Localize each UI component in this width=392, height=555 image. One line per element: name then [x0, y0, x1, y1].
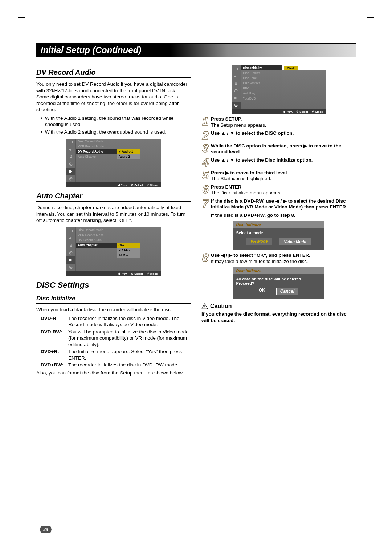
- dialog-title: Disc Initialize: [233, 221, 324, 228]
- target-icon: [66, 264, 76, 271]
- osd-item: Disc Record Mode: [76, 227, 117, 232]
- step-number-6: 6: [201, 184, 209, 196]
- step-bold: While the DISC option is selected, press…: [211, 143, 341, 155]
- osd-item: PBC: [241, 86, 282, 91]
- svg-rect-0: [69, 141, 73, 143]
- speaker-icon: [66, 235, 76, 242]
- osd-dv-record-audio: Disc Record Mode VCR Record Mode DV Reco…: [66, 139, 161, 187]
- osd-item: Disc Label: [241, 76, 282, 81]
- osd-footer-select: Select: [296, 110, 308, 113]
- page-number: 24: [40, 526, 52, 533]
- step-bold: Use ◀ / ▶ to select "OK", and press ENTE…: [211, 252, 310, 258]
- dialog-select-mode: Disc Initialize Select a mode. VR Mode V…: [233, 221, 324, 250]
- speaker-icon: [232, 73, 241, 80]
- osd-item: Disc Protect: [241, 81, 282, 86]
- dialog-prompt: All data on the disc will be deleted. Pr…: [236, 277, 321, 285]
- ok-button: OK: [259, 288, 265, 295]
- osd-footer-select: Select: [131, 183, 143, 187]
- svg-point-6: [70, 178, 72, 179]
- tv-icon: [232, 65, 241, 73]
- svg-rect-4: [69, 170, 71, 173]
- step-number-2: 2: [201, 130, 209, 141]
- svg-point-3: [70, 164, 71, 165]
- svg-rect-14: [234, 68, 238, 70]
- osd-item: Disc Finalize: [241, 70, 282, 76]
- osd-item: DV Record Audio: [76, 238, 117, 243]
- disc-icon: [66, 249, 76, 256]
- heading-disc-initialize: Disc Initialize: [36, 295, 191, 304]
- osd-item: AutoPlay: [241, 91, 282, 96]
- svg-point-22: [204, 308, 205, 308]
- page-title: Initial Setup (Continued): [36, 44, 356, 57]
- record-icon: [232, 94, 241, 102]
- dialog-proceed: Disc Initialize All data on the disc wil…: [233, 267, 324, 299]
- disc-icon: [232, 87, 241, 94]
- heading-dv-record-audio: DV Record Audio: [36, 68, 191, 78]
- heading-disc-settings: DISC Settings: [36, 280, 191, 291]
- osd-footer-select: Select: [131, 272, 143, 275]
- step-bold: Use ▲ / ▼ to select the DISC option.: [211, 130, 294, 136]
- step-desc: The Start icon is highlighted.: [211, 176, 271, 181]
- caution-label: Caution: [210, 303, 232, 309]
- step-number-7: 7: [201, 198, 209, 219]
- crop-mark: [367, 15, 367, 22]
- osd-item-selected: Auto Chapter: [76, 243, 117, 248]
- osd-option: Audio 2: [117, 154, 140, 159]
- disc-icon: [66, 161, 76, 168]
- step-desc: It may take a few minutes to initialize …: [211, 259, 308, 264]
- step-desc: The Setup menu appears.: [211, 122, 266, 128]
- mode-vr: VR Mode: [246, 238, 272, 245]
- step-bold: If the disc is a DVD-RW, use ◀ / ▶ to se…: [211, 198, 347, 210]
- lock-icon: [232, 80, 241, 87]
- svg-point-20: [236, 105, 237, 106]
- record-icon: [66, 256, 76, 264]
- caution-text: If you change the disc format, everythin…: [201, 311, 356, 324]
- step-bold: Press ▶ to move to the third level.: [211, 170, 288, 175]
- osd-option: 10 Min: [117, 253, 140, 258]
- cancel-button: Cancel: [276, 288, 298, 295]
- osd-item: VCR Record Mode: [76, 232, 117, 238]
- svg-rect-7: [69, 230, 73, 232]
- svg-point-10: [70, 252, 71, 253]
- heading-auto-chapter: Auto Chapter: [36, 192, 191, 202]
- disc-type-label: DVD+RW:: [41, 362, 68, 368]
- lock-icon: [66, 153, 76, 161]
- paragraph: You only need to set DV Record Audio if …: [36, 81, 191, 113]
- osd-item-selected: Disc Initialize: [241, 65, 282, 70]
- step-number-3: 3: [201, 143, 209, 155]
- disc-type-desc: The recorder initializes the disc in DVD…: [68, 362, 191, 368]
- disc-type-label: DVD+R:: [41, 348, 68, 361]
- osd-footer-prev: Prev.: [118, 272, 127, 275]
- osd-auto-chapter: Disc Record Mode VCR Record Mode DV Reco…: [66, 227, 161, 276]
- start-button: Start: [284, 66, 298, 70]
- osd-footer-close: Close: [147, 183, 158, 187]
- osd-item-selected: DV Record Audio: [76, 149, 117, 154]
- crop-mark: [367, 539, 367, 548]
- target-icon: [66, 175, 76, 182]
- svg-point-17: [236, 90, 236, 91]
- crop-mark: [367, 17, 374, 18]
- step-bold: Press ENTER.: [211, 184, 243, 190]
- osd-option: 5 Min: [117, 248, 140, 253]
- crop-mark: [18, 17, 25, 18]
- osd-item: Disc Record Mode: [76, 139, 117, 144]
- step-number-1: 1: [201, 116, 209, 128]
- osd-item: Auto Chapter: [76, 154, 117, 159]
- tv-icon: [66, 139, 76, 146]
- bullet-item: With the Audio 1 setting, the sound that…: [41, 115, 191, 128]
- dialog-title: Disc Initialize: [233, 267, 324, 274]
- osd-footer-prev: Prev.: [283, 110, 293, 113]
- svg-rect-18: [234, 97, 236, 99]
- paragraph: Also, you can format the disc from the S…: [36, 370, 191, 376]
- osd-disc-initialize: Disc Initialize Disc Finalize Disc Label…: [232, 65, 326, 114]
- paragraph: During recording, chapter markers are ad…: [36, 204, 191, 224]
- osd-item: YourDVD: [241, 96, 282, 101]
- osd-option: Audio 1: [117, 149, 140, 154]
- speaker-icon: [66, 146, 76, 153]
- target-icon: [232, 102, 241, 109]
- osd-footer-close: Close: [147, 272, 158, 275]
- bullet-item: With the Audio 2 setting, the overdubbed…: [41, 129, 191, 135]
- mode-video: Video Mode: [279, 238, 311, 245]
- step-bold: Use ▲ / ▼ to select the Disc Initialize …: [211, 157, 313, 163]
- disc-type-label: DVD-R:: [41, 315, 68, 328]
